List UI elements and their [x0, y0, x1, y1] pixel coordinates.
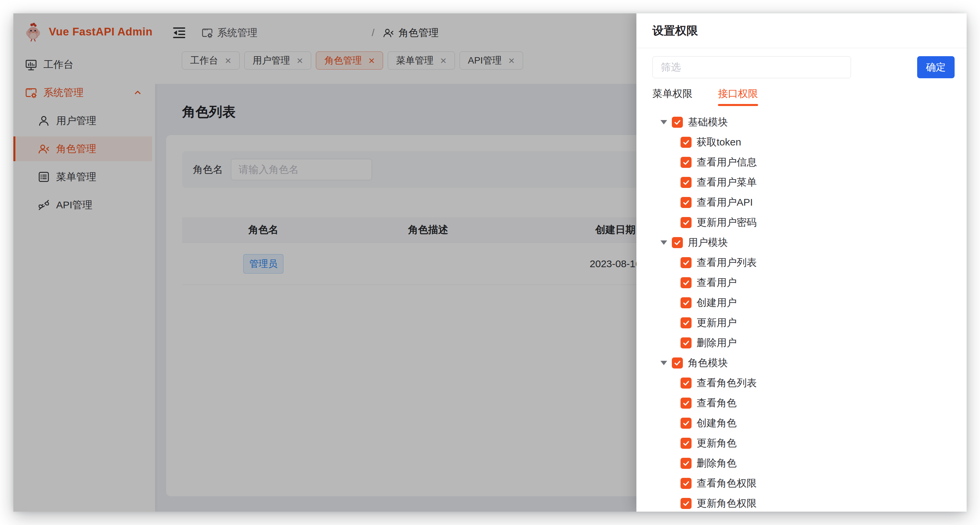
checkbox-checked-icon[interactable] — [681, 137, 692, 148]
confirm-button[interactable]: 确定 — [917, 56, 955, 78]
tree-node-label: 查看角色 — [697, 396, 737, 410]
checkbox-checked-icon[interactable] — [681, 438, 692, 449]
tree-node[interactable]: 删除角色 — [652, 453, 955, 473]
checkbox-checked-icon[interactable] — [681, 337, 692, 348]
tree-node[interactable]: 基础模块 — [652, 112, 955, 132]
tree-node-label: 角色模块 — [688, 356, 728, 370]
tree-node-label: 查看用户列表 — [697, 256, 757, 270]
checkbox-checked-icon[interactable] — [681, 498, 692, 509]
tree-node-label: 查看用户API — [697, 196, 753, 209]
tree-node[interactable]: 查看用户列表 — [652, 252, 955, 273]
tree-node[interactable]: 查看角色列表 — [652, 373, 955, 393]
tree-node[interactable]: 查看角色权限 — [652, 473, 955, 493]
checkbox-checked-icon[interactable] — [681, 177, 692, 188]
tree-node[interactable]: 创建角色 — [652, 413, 955, 433]
checkbox-checked-icon[interactable] — [672, 237, 683, 248]
tree-node-label: 查看用户菜单 — [697, 176, 757, 189]
caret-down-icon[interactable] — [660, 361, 667, 365]
tab-api-permissions[interactable]: 接口权限 — [718, 87, 758, 106]
tree-node[interactable]: 获取token — [652, 132, 955, 152]
checkbox-checked-icon[interactable] — [681, 378, 692, 389]
checkbox-checked-icon[interactable] — [672, 117, 683, 128]
tree-node[interactable]: 更新用户密码 — [652, 212, 955, 232]
tree-node-label: 更新角色权限 — [697, 496, 757, 510]
tree-node-label: 创建用户 — [697, 296, 737, 310]
checkbox-checked-icon[interactable] — [681, 478, 692, 489]
tree-node[interactable]: 查看用户菜单 — [652, 172, 955, 192]
checkbox-checked-icon[interactable] — [681, 397, 692, 409]
tree-node-label: 删除用户 — [697, 336, 737, 350]
checkbox-checked-icon[interactable] — [681, 318, 692, 329]
tree-node[interactable]: 更新角色权限 — [652, 493, 955, 512]
tab-menu-permissions[interactable]: 菜单权限 — [652, 87, 692, 106]
drawer-body: 确定 菜单权限 接口权限 基础模块获取token查看用户信息查看用户菜单查看用户… — [636, 48, 967, 512]
tree-node-label: 查看角色权限 — [697, 477, 757, 490]
tree-node[interactable]: 更新用户 — [652, 313, 955, 333]
filter-input[interactable] — [652, 56, 851, 78]
checkbox-checked-icon[interactable] — [681, 157, 692, 168]
caret-down-icon[interactable] — [660, 241, 667, 245]
checkbox-checked-icon[interactable] — [681, 458, 692, 469]
tree-node[interactable]: 用户模块 — [652, 232, 955, 252]
checkbox-checked-icon[interactable] — [681, 418, 692, 429]
drawer-title: 设置权限 — [636, 13, 967, 48]
tree-node-label: 创建角色 — [697, 416, 737, 430]
tree-node-label: 更新用户 — [697, 316, 737, 330]
app-window: Vue FastAPI Admin 工作台 — [13, 13, 967, 512]
tree-node-label: 查看用户信息 — [697, 155, 757, 169]
tree-node[interactable]: 角色模块 — [652, 353, 955, 373]
permission-tabs: 菜单权限 接口权限 — [652, 87, 955, 106]
tree-node-label: 用户模块 — [688, 236, 728, 249]
checkbox-checked-icon[interactable] — [681, 297, 692, 308]
tree-node[interactable]: 更新角色 — [652, 433, 955, 453]
checkbox-checked-icon[interactable] — [681, 217, 692, 228]
tree-node-label: 更新用户密码 — [697, 216, 757, 230]
checkbox-checked-icon[interactable] — [681, 257, 692, 268]
tree-node[interactable]: 查看用户API — [652, 192, 955, 212]
caret-down-icon[interactable] — [660, 120, 667, 124]
tree-node[interactable]: 查看用户 — [652, 273, 955, 293]
tree-node[interactable]: 删除用户 — [652, 333, 955, 353]
tree-node-label: 基础模块 — [688, 115, 728, 129]
permission-tree: 基础模块获取token查看用户信息查看用户菜单查看用户API更新用户密码用户模块… — [652, 112, 955, 512]
tree-node[interactable]: 创建用户 — [652, 293, 955, 313]
tree-node-label: 删除角色 — [697, 456, 737, 470]
permissions-drawer: 设置权限 确定 菜单权限 接口权限 基础模块获取token查看用户信息查看用户菜… — [636, 13, 967, 512]
tree-node[interactable]: 查看用户信息 — [652, 152, 955, 172]
tree-node-label: 更新角色 — [697, 436, 737, 450]
tree-node-label: 查看角色列表 — [697, 376, 757, 390]
checkbox-checked-icon[interactable] — [672, 357, 683, 369]
checkbox-checked-icon[interactable] — [681, 277, 692, 288]
tree-node-label: 查看用户 — [697, 276, 737, 290]
tree-node[interactable]: 查看角色 — [652, 393, 955, 413]
checkbox-checked-icon[interactable] — [681, 197, 692, 208]
tree-node-label: 获取token — [697, 136, 741, 149]
